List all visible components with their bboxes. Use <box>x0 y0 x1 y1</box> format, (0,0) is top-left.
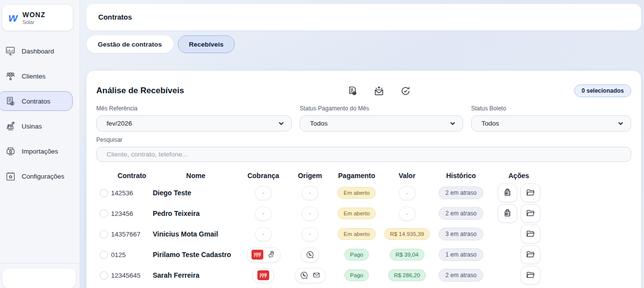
open-contract-button[interactable] <box>521 204 540 223</box>
mes-referencia-select[interactable]: fev/2026 <box>96 115 292 131</box>
status-boleto-select[interactable]: Todos <box>471 115 631 131</box>
col-contrato: Contrato <box>111 172 153 180</box>
billing-empty: - <box>255 207 272 221</box>
folder-open-icon <box>526 229 535 239</box>
search-section: Pesquisar <box>96 136 631 162</box>
client-name: Vinicius Mota Gmail <box>153 230 239 238</box>
logo-subtitle: Solar <box>23 19 46 25</box>
value-badge: - <box>399 207 416 221</box>
filter-label: Status Boleto <box>471 105 631 112</box>
folder-open-icon <box>526 188 535 198</box>
folder-open-icon <box>526 209 535 218</box>
invoice-money-button[interactable] <box>346 84 360 98</box>
sidebar-item-usinas[interactable]: Usinas <box>0 116 73 136</box>
value-badge: R$ 39,04 <box>390 249 424 261</box>
history-badge: 2 em atraso <box>439 269 483 282</box>
table-row: 142536 Diego Teste - - Em aberto - 2 em … <box>96 183 631 203</box>
row-select-radio[interactable] <box>100 251 108 259</box>
sidebar-item-contratos[interactable]: Contratos <box>0 91 73 111</box>
client-name: Sarah Ferreira <box>153 271 239 279</box>
row-select-radio[interactable] <box>100 189 108 197</box>
table-row: 123456 Pedro Teixeira - - Em aberto - 2 … <box>96 203 631 224</box>
row-select-radio[interactable] <box>100 209 108 218</box>
panel-header: Análise de Recebíveis <box>96 80 631 101</box>
dashboard-icon <box>5 46 16 57</box>
filter-status-pagamento: Status Pagamento do Mês Todos <box>300 105 463 131</box>
value-badge: - <box>399 186 416 200</box>
send-mail-icon <box>373 85 385 97</box>
filter-label: Status Pagamento do Mês <box>300 105 463 112</box>
filter-label: Mês Referência <box>96 105 292 112</box>
col-nome: Nome <box>153 172 239 180</box>
sidebar-item-label: Contratos <box>22 98 51 105</box>
client-name: Diego Teste <box>153 189 239 197</box>
row-select-radio[interactable] <box>100 230 108 238</box>
status-pagamento-select[interactable]: Todos <box>300 115 463 131</box>
tab-recebiveis[interactable]: Recebíveis <box>178 35 235 53</box>
billing-methods-chip[interactable] <box>247 247 280 262</box>
select-value: Todos <box>481 120 617 127</box>
sidebar-footer-card[interactable] <box>2 268 76 288</box>
tab-gestao-de-contratos[interactable]: Gestão de contratos <box>86 35 173 53</box>
row-select-radio[interactable] <box>100 271 108 280</box>
register-payment-button[interactable] <box>498 204 517 223</box>
open-contract-button[interactable] <box>521 266 540 285</box>
sidebar-item-dashboard[interactable]: Dashboard <box>0 41 73 61</box>
chevron-down-icon <box>449 120 456 127</box>
send-mail-button[interactable] <box>372 84 386 98</box>
email-icon <box>312 271 321 280</box>
logo-mark-icon: w <box>8 12 18 24</box>
open-contract-button[interactable] <box>521 245 540 264</box>
history-badge: 2 em atraso <box>439 207 483 220</box>
filters-row: Mês Referência fev/2026 Status Pagamento… <box>96 105 631 131</box>
sidebar-item-label: Importações <box>22 148 58 155</box>
sidebar-item-importacoes[interactable]: Importações <box>0 141 73 161</box>
history-badge: 1 em atraso <box>439 248 483 261</box>
logo-title: WONZ <box>23 11 46 19</box>
chevron-down-icon <box>617 120 624 127</box>
billing-methods-chip[interactable] <box>252 268 274 283</box>
select-value: fev/2026 <box>107 120 278 127</box>
register-payment-button[interactable] <box>498 183 517 202</box>
billing-empty: - <box>255 227 272 241</box>
sidebar-footer <box>0 263 80 288</box>
open-contract-button[interactable] <box>521 183 540 202</box>
folder-open-icon <box>526 250 535 260</box>
select-value: Todos <box>310 120 449 127</box>
sidebar-item-label: Dashboard <box>22 48 54 55</box>
origin-channels-chip[interactable] <box>295 268 326 283</box>
filter-mes-referencia: Mês Referência fev/2026 <box>96 105 292 131</box>
filter-status-boleto: Status Boleto Todos <box>471 105 631 131</box>
pix-hand-icon <box>267 250 276 259</box>
table-row: 0125 Pirilamo Teste Cadastro <box>96 244 631 265</box>
cash-register-icon <box>503 188 512 198</box>
whatsapp-icon <box>306 250 314 259</box>
contract-number: 12345645 <box>111 272 153 279</box>
sync-check-button[interactable] <box>399 84 413 98</box>
import-icon <box>5 146 16 157</box>
origin-channels-chip[interactable] <box>301 247 319 262</box>
sidebar-item-configuracoes[interactable]: Configurações <box>0 166 73 186</box>
contract-number: 0125 <box>111 251 153 259</box>
payment-status-badge: Em aberto <box>337 228 375 240</box>
page-header: Contratos <box>86 4 641 30</box>
col-valor: Valor <box>381 172 433 180</box>
value-badge: R$ 14.935,39 <box>384 228 430 240</box>
page-title: Contratos <box>98 13 132 21</box>
receivables-panel: Análise de Recebíveis <box>86 71 641 288</box>
sidebar-item-label: Usinas <box>22 123 42 130</box>
clients-icon <box>5 71 16 82</box>
table-row: 12345645 Sarah Ferreira <box>96 265 631 286</box>
col-cobranca: Cobrança <box>239 172 288 180</box>
open-contract-button[interactable] <box>521 225 540 243</box>
solar-plant-icon <box>5 121 16 132</box>
main-content: Contratos Gestão de contratos Recebíveis… <box>80 0 644 288</box>
panel-toolbar <box>184 84 574 98</box>
sidebar-item-clientes[interactable]: Clientes <box>0 66 73 86</box>
search-input[interactable] <box>96 147 631 162</box>
settings-icon <box>5 171 16 182</box>
col-pagamento: Pagamento <box>332 172 381 180</box>
origin-empty: - <box>302 186 318 200</box>
receivables-table: Contrato Nome Cobrança Origem Pagamento … <box>96 169 631 286</box>
payment-status-badge: Pago <box>344 249 369 261</box>
